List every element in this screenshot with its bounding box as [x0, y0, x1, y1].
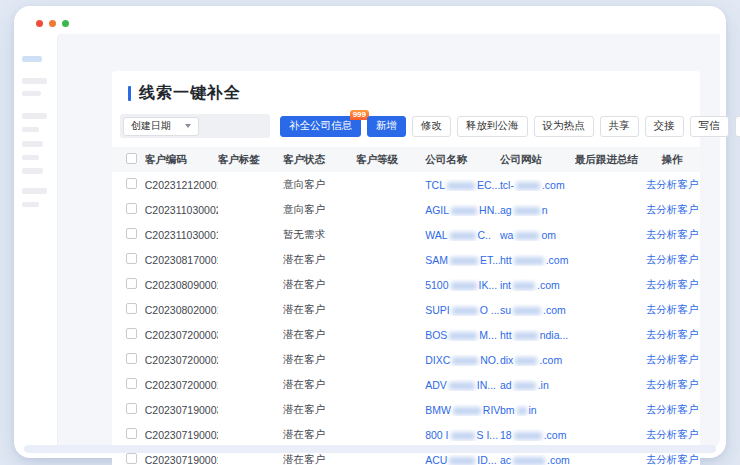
- company-name-link[interactable]: TCLEC...: [425, 179, 500, 191]
- sidebar-item[interactable]: [22, 141, 43, 147]
- row-checkbox[interactable]: [126, 328, 137, 339]
- row-checkbox[interactable]: [126, 228, 137, 239]
- sidebar-item[interactable]: [22, 127, 39, 132]
- company-website-link[interactable]: tcl-.com: [500, 179, 565, 191]
- filter-bar: 创建日期: [120, 114, 270, 138]
- redacted-blur: [513, 282, 535, 290]
- analyze-customer-link[interactable]: 去分析客户: [646, 378, 699, 390]
- sidebar-item[interactable]: [22, 91, 41, 96]
- analyze-customer-link[interactable]: 去分析客户: [646, 228, 699, 240]
- row-checkbox[interactable]: [126, 203, 137, 214]
- company-website-link[interactable]: 18.com: [500, 429, 566, 441]
- company-name-link[interactable]: BOSM...: [425, 329, 497, 341]
- analyze-customer-link[interactable]: 去分析客户: [646, 303, 699, 315]
- toolbar-button-change-status[interactable]: 修改状态: [735, 116, 740, 137]
- company-name-cell: 800 IS I...: [425, 429, 500, 441]
- company-website-cell: httndia...: [500, 329, 575, 341]
- toolbar-button-add[interactable]: 新增: [367, 116, 406, 137]
- window-traffic-lights: [36, 20, 69, 27]
- company-name-link[interactable]: WALC..: [425, 229, 491, 241]
- row-checkbox[interactable]: [126, 303, 137, 314]
- analyze-customer-link[interactable]: 去分析客户: [646, 253, 699, 265]
- row-checkbox[interactable]: [126, 453, 137, 464]
- sidebar-item[interactable]: [22, 155, 39, 160]
- redacted-text-prefix: 18: [500, 429, 512, 441]
- company-name-link[interactable]: AGILHN...: [425, 204, 500, 216]
- row-checkbox[interactable]: [126, 253, 137, 264]
- table-row: C202307190002潜在客户800 IS I...18.com去分析客户: [112, 422, 700, 447]
- data-table: 客户编码客户标签客户状态客户等级公司名称公司网站最后跟进总结操作 C202312…: [112, 147, 700, 465]
- redacted-text-suffix: .com: [544, 429, 567, 441]
- toolbar-button-set-hotspot[interactable]: 设为热点: [534, 116, 594, 137]
- company-name-link[interactable]: SAMET...: [425, 254, 500, 266]
- analyze-customer-link[interactable]: 去分析客户: [646, 403, 699, 415]
- row-checkbox-cell: [126, 328, 145, 341]
- select-all-checkbox[interactable]: [126, 153, 137, 164]
- redacted-text-suffix: .com: [543, 304, 566, 316]
- row-checkbox[interactable]: [126, 278, 137, 289]
- company-name-link[interactable]: ACUID...: [425, 454, 496, 465]
- company-website-link[interactable]: ac.com: [500, 454, 570, 465]
- company-website-link[interactable]: ad.in: [500, 379, 549, 391]
- table-row: C202307200002潜在客户DIXCNO...dix.com去分析客户: [112, 347, 700, 372]
- company-name-cell: SAMET...: [425, 254, 500, 266]
- analyze-customer-link[interactable]: 去分析客户: [646, 203, 699, 215]
- minimize-window-dot-icon[interactable]: [49, 20, 56, 27]
- sidebar-item[interactable]: [22, 113, 47, 119]
- company-website-link[interactable]: waom: [500, 229, 556, 241]
- company-name-cell: BMWRIV...: [425, 404, 500, 416]
- company-website-link[interactable]: agn: [500, 204, 548, 216]
- analyze-customer-link[interactable]: 去分析客户: [646, 278, 699, 290]
- table-header-checkbox-cell: [126, 153, 145, 166]
- toolbar-button-release-to-public-sea[interactable]: 释放到公海: [457, 116, 528, 137]
- create-date-dropdown[interactable]: 创建日期: [123, 117, 199, 136]
- customer-code-cell: C202307190003: [145, 404, 218, 416]
- sidebar-item[interactable]: [22, 188, 47, 194]
- analyze-customer-link[interactable]: 去分析客户: [646, 178, 699, 190]
- sidebar-item[interactable]: [22, 202, 39, 207]
- company-name-link[interactable]: ADVIN...: [425, 379, 496, 391]
- toolbar-button-share[interactable]: 共享: [600, 116, 639, 137]
- redacted-text-suffix: HN...: [479, 204, 500, 216]
- sidebar-item[interactable]: [22, 78, 47, 84]
- row-checkbox[interactable]: [126, 403, 137, 414]
- redacted-text-prefix: su: [500, 304, 511, 316]
- company-name-link[interactable]: SUPIO ...: [425, 304, 499, 316]
- maximize-window-dot-icon[interactable]: [62, 20, 69, 27]
- row-checkbox[interactable]: [126, 178, 137, 189]
- analyze-customer-link[interactable]: 去分析客户: [646, 353, 699, 365]
- close-window-dot-icon[interactable]: [36, 20, 43, 27]
- row-checkbox[interactable]: [126, 428, 137, 439]
- row-checkbox-cell: [126, 303, 145, 316]
- toolbar-button-complete-company-info[interactable]: 补全公司信息999: [280, 116, 361, 137]
- page-title: 线索一键补全: [139, 83, 241, 104]
- company-website-link[interactable]: httndia...: [500, 329, 568, 341]
- redacted-blur: [516, 182, 540, 190]
- redacted-text-prefix: htt: [500, 329, 512, 341]
- company-website-link[interactable]: su.com: [500, 304, 566, 316]
- sidebar-item[interactable]: [22, 168, 43, 174]
- company-website-link[interactable]: bmin: [500, 404, 537, 416]
- row-checkbox-cell: [126, 353, 145, 366]
- company-website-link[interactable]: dix.com: [500, 354, 562, 366]
- redacted-text-prefix: ad: [500, 379, 512, 391]
- toolbar-button-edit[interactable]: 修改: [412, 116, 451, 137]
- row-checkbox[interactable]: [126, 378, 137, 389]
- sidebar-item-active[interactable]: [22, 56, 42, 62]
- toolbar-button-handover[interactable]: 交接: [645, 116, 684, 137]
- toolbar-button-label: 写信: [699, 119, 720, 133]
- page-header: 线索一键补全: [112, 71, 700, 113]
- analyze-customer-link[interactable]: 去分析客户: [646, 328, 699, 340]
- analyze-customer-link[interactable]: 去分析客户: [646, 428, 699, 440]
- company-website-link[interactable]: int.com: [500, 279, 560, 291]
- toolbar-button-label: 设为热点: [543, 119, 585, 133]
- company-website-link[interactable]: htt.com: [500, 254, 568, 266]
- analyze-customer-link[interactable]: 去分析客户: [646, 453, 699, 465]
- toolbar-button-label: 修改: [421, 119, 442, 133]
- toolbar-button-write-letter[interactable]: 写信: [690, 116, 729, 137]
- company-name-link[interactable]: DIXCNO...: [425, 354, 500, 366]
- company-name-link[interactable]: 5100IK...: [425, 279, 497, 291]
- company-name-link[interactable]: 800 IS I...: [425, 429, 498, 441]
- company-name-link[interactable]: BMWRIV...: [425, 404, 500, 416]
- row-checkbox[interactable]: [126, 353, 137, 364]
